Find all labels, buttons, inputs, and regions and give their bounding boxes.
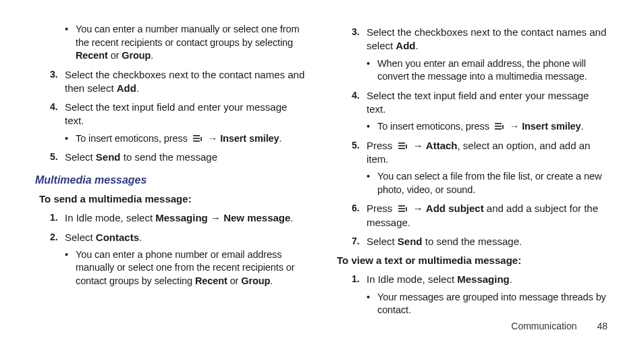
step-number: 4.	[50, 101, 65, 128]
step-text: Select the checkboxes next to the contac…	[65, 68, 307, 96]
step-text: Select the checkboxes next to the contac…	[367, 26, 609, 53]
list-item: 5. Press → Attach, select an option, and…	[352, 139, 609, 167]
bullet-text: Your messages are grouped into message t…	[377, 291, 609, 317]
text: .	[139, 232, 142, 243]
list-item: 3. Select the checkboxes next to the con…	[352, 26, 609, 53]
text: Press	[367, 140, 396, 151]
text: →	[410, 203, 426, 214]
bullet-text: When you enter an email address, the pho…	[377, 57, 609, 84]
bold-text: Group	[122, 50, 151, 61]
step-text: Select the text input field and enter yo…	[65, 101, 307, 128]
text: .	[290, 212, 293, 223]
text: .	[279, 133, 282, 144]
text: You can enter a number manually or selec…	[76, 24, 299, 48]
text: .	[270, 275, 273, 286]
step-text: Select Contacts.	[65, 231, 307, 244]
bold-text: New message	[223, 212, 290, 223]
step-text: In Idle mode, select Messaging → New mes…	[65, 211, 307, 225]
text: Select	[65, 151, 96, 163]
page-number: 48	[597, 321, 608, 331]
bullet-text: To insert emoticons, press →Insert smile…	[377, 120, 609, 134]
bullet-text: To insert emoticons, press →Insert smile…	[76, 132, 307, 146]
page-footer: Communication 48	[511, 321, 608, 331]
bold-text: Send	[398, 236, 423, 247]
step-text: Select Send to send the message	[65, 151, 307, 164]
step-number: 6.	[352, 202, 367, 230]
text: or	[227, 275, 242, 286]
bold-text: Recent	[76, 50, 108, 61]
bold-text: Add subject	[426, 203, 484, 214]
list-item: • To insert emoticons, press →Insert smi…	[367, 120, 609, 134]
text: to send the message.	[423, 236, 522, 247]
step-text: Press → Attach, select an option, and ad…	[367, 139, 609, 167]
menu-icon	[398, 205, 408, 213]
list-item: 4. Select the text input field and enter…	[352, 89, 609, 117]
step-number: 4.	[352, 89, 367, 117]
list-item: • When you enter an email address, the p…	[367, 57, 609, 84]
text: Select the checkboxes next to the contac…	[65, 69, 304, 94]
step-number: 5.	[50, 151, 65, 164]
bullet-dot: •	[65, 23, 76, 63]
step-number: 3.	[50, 68, 65, 96]
text: In Idle mode, select	[65, 212, 155, 223]
list-item: • Your messages are grouped into message…	[367, 291, 609, 317]
step-text: Select the text input field and enter yo…	[367, 89, 609, 117]
text: In Idle mode, select	[367, 273, 457, 285]
step-number: 1.	[352, 273, 367, 286]
step-number: 1.	[50, 211, 65, 225]
bullet-dot: •	[367, 291, 377, 317]
bullet-dot: •	[367, 120, 377, 134]
step-text: In Idle mode, select Messaging.	[367, 273, 609, 286]
list-item: • You can enter a phone number or email …	[65, 248, 307, 288]
list-item: • To insert emoticons, press →Insert smi…	[65, 132, 307, 146]
list-item: • You can select a file from the file li…	[367, 170, 609, 196]
step-number: 7.	[352, 235, 367, 248]
document-page: • You can enter a number manually or sel…	[0, 0, 644, 349]
bullet-text: You can select a file from the file list…	[377, 170, 609, 196]
text: To insert emoticons, press	[76, 133, 190, 144]
text: →	[208, 212, 223, 223]
section-name: Communication	[511, 321, 576, 331]
right-column: 3. Select the checkboxes next to the con…	[337, 20, 609, 321]
two-column-layout: • You can enter a number manually or sel…	[35, 20, 609, 321]
bullet-dot: •	[367, 170, 377, 196]
list-item: 4. Select the text input field and enter…	[50, 101, 307, 128]
arrow-icon: →	[510, 120, 519, 134]
menu-icon	[494, 123, 505, 131]
text: to send the message	[121, 151, 217, 163]
text: .	[581, 121, 584, 132]
bullet-dot: •	[367, 57, 377, 84]
list-item: 6. Press → Add subject and add a subject…	[352, 202, 609, 230]
text: .	[510, 273, 512, 285]
list-item: 7. Select Send to send the message.	[352, 235, 609, 248]
text: Press	[367, 203, 396, 214]
step-number: 2.	[50, 231, 65, 244]
text: →	[410, 140, 426, 151]
step-text: Select Send to send the message.	[367, 235, 609, 248]
menu-icon	[192, 135, 203, 143]
left-column: • You can enter a number manually or sel…	[35, 20, 307, 321]
text: Select	[65, 232, 96, 243]
bold-text: Add	[396, 40, 415, 51]
text: or	[108, 50, 122, 61]
arrow-icon: →	[208, 132, 217, 146]
bold-text: Messaging	[457, 273, 510, 285]
bold-text: Attach	[426, 140, 458, 151]
bullet-text: You can enter a phone number or email ad…	[76, 248, 307, 288]
list-item: 3. Select the checkboxes next to the con…	[50, 68, 307, 96]
paragraph-lead: To view a text or multimedia message:	[337, 254, 609, 267]
text: .	[151, 50, 153, 61]
bold-text: Group	[241, 275, 270, 286]
text: Select	[367, 236, 398, 247]
step-number: 5.	[352, 139, 367, 167]
section-heading: Multimedia messages	[35, 173, 307, 188]
bullet-dot: •	[65, 132, 76, 146]
bullet-dot: •	[65, 248, 76, 288]
bold-text: Insert smiley	[220, 133, 279, 144]
paragraph-lead: To send a multimedia message:	[39, 192, 307, 206]
bold-text: Messaging	[155, 212, 208, 223]
text: To insert emoticons, press	[377, 121, 492, 132]
bullet-text: You can enter a number manually or selec…	[76, 23, 307, 63]
list-item: 1. In Idle mode, select Messaging.	[352, 273, 609, 286]
bold-text: Insert smiley	[522, 121, 581, 132]
